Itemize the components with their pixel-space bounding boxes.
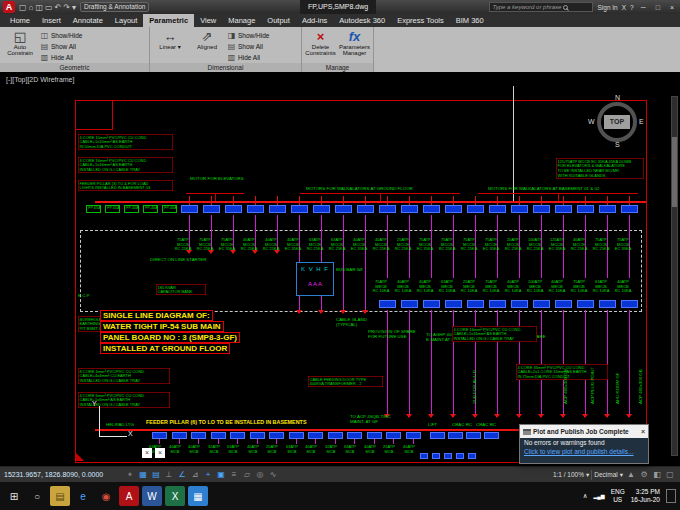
tab-autodesk-360[interactable]: Autodesk 360 bbox=[333, 14, 391, 27]
workspace-caret-icon[interactable]: ▾ bbox=[71, 3, 77, 12]
breaker-symbol[interactable] bbox=[577, 205, 594, 213]
breaker-symbol[interactable] bbox=[269, 432, 284, 439]
parameters-manager-button[interactable]: fx Parameters Manager bbox=[339, 29, 370, 62]
snap-mode-icon[interactable]: ▦ bbox=[137, 469, 149, 481]
word-icon[interactable]: W bbox=[142, 486, 162, 506]
start-button[interactable]: ⊞ bbox=[4, 486, 24, 506]
delete-constraints-button[interactable]: × Delete Constraints bbox=[305, 29, 336, 62]
dim-hide-all-button[interactable]: ▥Hide All bbox=[227, 52, 269, 62]
help-icon[interactable]: ? bbox=[630, 4, 634, 11]
panel-title-geometric[interactable]: Geometric bbox=[0, 63, 149, 72]
undo-icon[interactable]: ↶ bbox=[54, 3, 63, 12]
tray-chevron-icon[interactable]: ∧ bbox=[583, 492, 588, 500]
geo-show-all-button[interactable]: ▤Show All bbox=[40, 41, 82, 51]
breaker-symbol[interactable] bbox=[467, 205, 484, 213]
geo-hide-all-button[interactable]: ▥Hide All bbox=[40, 52, 82, 62]
breaker-symbol[interactable] bbox=[181, 205, 198, 213]
breaker-symbol[interactable] bbox=[511, 300, 528, 308]
breaker-symbol[interactable] bbox=[211, 432, 226, 439]
language-indicator[interactable]: ENG US bbox=[611, 488, 625, 504]
breaker-symbol[interactable] bbox=[577, 300, 594, 308]
vertical-scrollbar[interactable] bbox=[671, 96, 678, 456]
action-center-icon[interactable] bbox=[666, 489, 676, 503]
breaker-symbol[interactable] bbox=[247, 205, 264, 213]
breaker-symbol[interactable] bbox=[430, 432, 445, 439]
tab-view[interactable]: View bbox=[194, 14, 222, 27]
clock[interactable]: 3:25 PM 16-Jun-20 bbox=[631, 488, 660, 504]
compass-w[interactable]: W bbox=[588, 118, 595, 125]
breaker-symbol[interactable] bbox=[445, 205, 462, 213]
breaker-symbol[interactable] bbox=[328, 432, 343, 439]
breaker-symbol[interactable] bbox=[379, 205, 396, 213]
breaker-symbol[interactable] bbox=[401, 300, 418, 308]
tab-add-ins[interactable]: Add-ins bbox=[296, 14, 333, 27]
breaker-symbol[interactable] bbox=[423, 300, 440, 308]
tab-express-tools[interactable]: Express Tools bbox=[391, 14, 450, 27]
object-snap-tracking-icon[interactable]: + bbox=[202, 469, 214, 481]
fused-switch-symbol[interactable]: FP-40A bbox=[143, 205, 158, 213]
command-close-box[interactable]: × bbox=[155, 448, 165, 458]
file-explorer-icon[interactable]: ▤ bbox=[50, 486, 70, 506]
breaker-symbol[interactable] bbox=[308, 432, 323, 439]
tab-manage[interactable]: Manage bbox=[222, 14, 261, 27]
breaker-symbol[interactable] bbox=[230, 432, 245, 439]
polar-tracking-icon[interactable]: ∠ bbox=[176, 469, 188, 481]
exchange-apps-icon[interactable]: X bbox=[622, 4, 626, 11]
breaker-symbol[interactable] bbox=[445, 300, 462, 308]
excel-icon[interactable]: X bbox=[165, 486, 185, 506]
breaker-symbol[interactable] bbox=[555, 205, 572, 213]
linear-dimension-button[interactable]: ↔ Linear ▾ bbox=[153, 29, 187, 62]
breaker-symbol[interactable] bbox=[406, 432, 421, 439]
breaker-symbol[interactable] bbox=[448, 432, 463, 439]
breaker-symbol[interactable] bbox=[203, 205, 220, 213]
notification-details-link[interactable]: Click to view plot and publish details..… bbox=[524, 448, 633, 455]
new-file-icon[interactable]: ▢ bbox=[18, 3, 28, 12]
breaker-symbol[interactable] bbox=[347, 432, 362, 439]
breaker-symbol[interactable] bbox=[511, 205, 528, 213]
breaker-symbol[interactable] bbox=[401, 205, 418, 213]
breaker-symbol[interactable] bbox=[357, 205, 374, 213]
photos-icon[interactable]: ▦ bbox=[188, 486, 208, 506]
breaker-symbol[interactable] bbox=[466, 432, 481, 439]
dim-show-hide-button[interactable]: ◨Show/Hide bbox=[227, 30, 269, 40]
close-button[interactable]: × bbox=[667, 4, 677, 11]
scrollbar-thumb[interactable] bbox=[672, 137, 677, 207]
compass-e[interactable]: E bbox=[639, 118, 644, 125]
breaker-symbol[interactable] bbox=[172, 432, 187, 439]
breaker-symbol[interactable] bbox=[599, 300, 616, 308]
clean-screen-icon[interactable]: ▢ bbox=[664, 469, 676, 481]
breaker-symbol[interactable] bbox=[379, 300, 396, 308]
workspace-switching-icon[interactable]: ⚙ bbox=[638, 469, 650, 481]
tab-annotate[interactable]: Annotate bbox=[67, 14, 109, 27]
breaker-symbol[interactable] bbox=[289, 432, 304, 439]
notification-close-button[interactable]: × bbox=[641, 428, 645, 435]
breaker-symbol[interactable] bbox=[313, 205, 330, 213]
breaker-symbol[interactable] bbox=[335, 205, 352, 213]
tab-output[interactable]: Output bbox=[261, 14, 296, 27]
maximize-button[interactable]: □ bbox=[653, 4, 663, 11]
fused-switch-symbol[interactable]: FP-40A bbox=[124, 205, 139, 213]
units-display[interactable]: Decimal bbox=[594, 471, 617, 478]
tab-home[interactable]: Home bbox=[4, 14, 36, 27]
tab-parametric[interactable]: Parametric bbox=[143, 14, 194, 27]
workspace-switcher[interactable]: Drafting & Annotation bbox=[80, 2, 149, 12]
panel-title-dimensional[interactable]: Dimensional bbox=[150, 63, 301, 72]
breaker-symbol[interactable] bbox=[467, 300, 484, 308]
fused-switch-symbol[interactable]: FP-65A bbox=[86, 205, 101, 213]
breaker-symbol[interactable] bbox=[533, 205, 550, 213]
geo-show-hide-button[interactable]: ◫Show/Hide bbox=[40, 30, 82, 40]
viewport-controls[interactable]: [-][Top][2D Wireframe] bbox=[6, 76, 74, 83]
tab-layout[interactable]: Layout bbox=[109, 14, 144, 27]
breaker-symbol[interactable] bbox=[621, 205, 638, 213]
breaker-symbol[interactable] bbox=[555, 300, 572, 308]
tab-insert[interactable]: Insert bbox=[36, 14, 67, 27]
breaker-symbol[interactable] bbox=[152, 432, 167, 439]
selection-cycling-icon[interactable]: ◎ bbox=[254, 469, 266, 481]
breaker-symbol[interactable] bbox=[225, 205, 242, 213]
chrome-icon[interactable]: ◉ bbox=[96, 486, 116, 506]
annotation-visibility-icon[interactable]: ▲ bbox=[625, 469, 637, 481]
lineweight-icon[interactable]: ≡ bbox=[228, 469, 240, 481]
units-caret-icon[interactable]: ▾ bbox=[620, 471, 623, 479]
breaker-symbol[interactable] bbox=[599, 205, 616, 213]
open-file-icon[interactable]: ⌂ bbox=[28, 3, 35, 12]
